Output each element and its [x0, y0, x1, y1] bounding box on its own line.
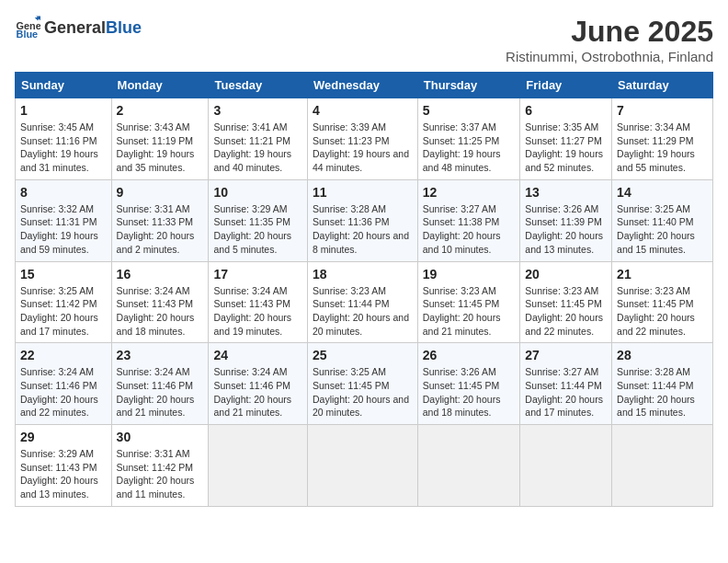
day-info: Sunrise: 3:24 AMSunset: 11:46 PMDaylight…: [20, 365, 107, 419]
calendar-cell: 28Sunrise: 3:28 AMSunset: 11:44 PMDaylig…: [612, 343, 713, 425]
day-info: Sunrise: 3:25 AMSunset: 11:42 PMDaylight…: [20, 284, 107, 339]
calendar-cell: 9Sunrise: 3:31 AMSunset: 11:33 PMDayligh…: [111, 179, 209, 261]
day-number: 18: [313, 267, 413, 282]
calendar-cell: 6Sunrise: 3:35 AMSunset: 11:27 PMDayligh…: [520, 98, 612, 180]
day-number: 22: [20, 348, 107, 362]
logo-general-text: General: [44, 18, 106, 38]
calendar-cell: 22Sunrise: 3:24 AMSunset: 11:46 PMDaylig…: [16, 343, 112, 425]
day-number: 19: [423, 267, 516, 282]
day-number: 20: [525, 267, 607, 282]
week-row-5: 29Sunrise: 3:29 AMSunset: 11:43 PMDaylig…: [16, 425, 713, 507]
calendar-cell: 20Sunrise: 3:23 AMSunset: 11:45 PMDaylig…: [520, 261, 612, 343]
day-number: 11: [313, 185, 413, 200]
title-area: June 2025 Ristinummi, Ostrobothnia, Finl…: [506, 15, 713, 64]
logo: General Blue General Blue: [15, 15, 142, 40]
day-number: 13: [525, 185, 607, 200]
day-number: 15: [20, 267, 107, 282]
day-number: 29: [20, 430, 107, 444]
header-friday: Friday: [520, 73, 612, 98]
calendar-cell: 11Sunrise: 3:28 AMSunset: 11:36 PMDaylig…: [307, 179, 417, 261]
day-info: Sunrise: 3:24 AMSunset: 11:43 PMDaylight…: [117, 284, 204, 339]
day-info: Sunrise: 3:26 AMSunset: 11:45 PMDaylight…: [423, 365, 516, 419]
calendar-cell: 30Sunrise: 3:31 AMSunset: 11:42 PMDaylig…: [111, 425, 209, 507]
day-number: 27: [525, 348, 607, 362]
day-number: 26: [423, 348, 516, 362]
day-number: 10: [213, 185, 302, 200]
calendar-cell: 12Sunrise: 3:27 AMSunset: 11:38 PMDaylig…: [417, 179, 520, 261]
day-info: Sunrise: 3:29 AMSunset: 11:35 PMDaylight…: [213, 202, 302, 257]
day-number: 7: [617, 103, 708, 118]
calendar-cell: 2Sunrise: 3:43 AMSunset: 11:19 PMDayligh…: [111, 98, 209, 180]
header-saturday: Saturday: [612, 73, 713, 98]
calendar-cell: 14Sunrise: 3:25 AMSunset: 11:40 PMDaylig…: [612, 179, 713, 261]
calendar-cell: [520, 425, 612, 507]
header-thursday: Thursday: [417, 73, 520, 98]
logo-blue-text: Blue: [106, 18, 142, 38]
calendar-cell: [209, 425, 308, 507]
day-info: Sunrise: 3:27 AMSunset: 11:44 PMDaylight…: [525, 365, 607, 419]
calendar-cell: 29Sunrise: 3:29 AMSunset: 11:43 PMDaylig…: [16, 425, 112, 507]
calendar-table: SundayMondayTuesdayWednesdayThursdayFrid…: [15, 72, 713, 507]
day-info: Sunrise: 3:24 AMSunset: 11:46 PMDaylight…: [117, 365, 204, 419]
day-info: Sunrise: 3:37 AMSunset: 11:25 PMDaylight…: [423, 121, 516, 175]
day-info: Sunrise: 3:23 AMSunset: 11:45 PMDaylight…: [525, 284, 607, 339]
calendar-cell: 10Sunrise: 3:29 AMSunset: 11:35 PMDaylig…: [209, 179, 308, 261]
day-number: 25: [313, 348, 413, 362]
page-header: General Blue General Blue June 2025 Rist…: [15, 15, 713, 64]
calendar-cell: 8Sunrise: 3:32 AMSunset: 11:31 PMDayligh…: [16, 179, 112, 261]
day-number: 8: [20, 185, 107, 200]
day-number: 9: [117, 185, 204, 200]
day-info: Sunrise: 3:35 AMSunset: 11:27 PMDaylight…: [525, 121, 607, 175]
day-number: 12: [423, 185, 516, 200]
calendar-cell: 13Sunrise: 3:26 AMSunset: 11:39 PMDaylig…: [520, 179, 612, 261]
calendar-cell: 7Sunrise: 3:34 AMSunset: 11:29 PMDayligh…: [612, 98, 713, 180]
week-row-3: 15Sunrise: 3:25 AMSunset: 11:42 PMDaylig…: [16, 261, 713, 343]
day-number: 16: [117, 267, 204, 282]
day-number: 3: [213, 103, 302, 118]
calendar-cell: 15Sunrise: 3:25 AMSunset: 11:42 PMDaylig…: [16, 261, 112, 343]
day-number: 4: [313, 103, 413, 118]
day-number: 28: [617, 348, 708, 362]
week-row-4: 22Sunrise: 3:24 AMSunset: 11:46 PMDaylig…: [16, 343, 713, 425]
day-info: Sunrise: 3:43 AMSunset: 11:19 PMDaylight…: [117, 121, 204, 175]
day-number: 24: [213, 348, 302, 362]
day-info: Sunrise: 3:45 AMSunset: 11:16 PMDaylight…: [20, 121, 107, 175]
day-number: 23: [117, 348, 204, 362]
day-info: Sunrise: 3:27 AMSunset: 11:38 PMDaylight…: [423, 202, 516, 257]
day-info: Sunrise: 3:25 AMSunset: 11:40 PMDaylight…: [617, 202, 708, 257]
calendar-cell: [612, 425, 713, 507]
day-info: Sunrise: 3:24 AMSunset: 11:46 PMDaylight…: [213, 365, 302, 419]
day-number: 30: [117, 430, 204, 444]
header-wednesday: Wednesday: [307, 73, 417, 98]
calendar-cell: 5Sunrise: 3:37 AMSunset: 11:25 PMDayligh…: [417, 98, 520, 180]
calendar-cell: 24Sunrise: 3:24 AMSunset: 11:46 PMDaylig…: [209, 343, 308, 425]
day-info: Sunrise: 3:26 AMSunset: 11:39 PMDaylight…: [525, 202, 607, 257]
day-info: Sunrise: 3:28 AMSunset: 11:36 PMDaylight…: [313, 202, 413, 257]
calendar-cell: 16Sunrise: 3:24 AMSunset: 11:43 PMDaylig…: [111, 261, 209, 343]
day-info: Sunrise: 3:28 AMSunset: 11:44 PMDaylight…: [617, 365, 708, 419]
day-number: 5: [423, 103, 516, 118]
day-info: Sunrise: 3:23 AMSunset: 11:45 PMDaylight…: [617, 284, 708, 339]
calendar-subtitle: Ristinummi, Ostrobothnia, Finland: [506, 49, 713, 64]
day-info: Sunrise: 3:25 AMSunset: 11:45 PMDaylight…: [313, 365, 413, 419]
day-info: Sunrise: 3:31 AMSunset: 11:42 PMDaylight…: [117, 447, 204, 501]
day-info: Sunrise: 3:24 AMSunset: 11:43 PMDaylight…: [213, 284, 302, 339]
day-number: 1: [20, 103, 107, 118]
calendar-cell: [417, 425, 520, 507]
day-info: Sunrise: 3:23 AMSunset: 11:44 PMDaylight…: [313, 284, 413, 339]
calendar-cell: 26Sunrise: 3:26 AMSunset: 11:45 PMDaylig…: [417, 343, 520, 425]
logo-icon: General Blue: [15, 15, 40, 40]
day-info: Sunrise: 3:32 AMSunset: 11:31 PMDaylight…: [20, 202, 107, 257]
calendar-cell: 4Sunrise: 3:39 AMSunset: 11:23 PMDayligh…: [307, 98, 417, 180]
svg-text:Blue: Blue: [17, 29, 39, 40]
day-info: Sunrise: 3:39 AMSunset: 11:23 PMDaylight…: [313, 121, 413, 175]
header-monday: Monday: [111, 73, 209, 98]
day-info: Sunrise: 3:34 AMSunset: 11:29 PMDaylight…: [617, 121, 708, 175]
day-info: Sunrise: 3:29 AMSunset: 11:43 PMDaylight…: [20, 447, 107, 501]
calendar-cell: 21Sunrise: 3:23 AMSunset: 11:45 PMDaylig…: [612, 261, 713, 343]
week-row-1: 1Sunrise: 3:45 AMSunset: 11:16 PMDayligh…: [16, 98, 713, 180]
day-number: 2: [117, 103, 204, 118]
day-number: 17: [213, 267, 302, 282]
calendar-cell: 23Sunrise: 3:24 AMSunset: 11:46 PMDaylig…: [111, 343, 209, 425]
day-number: 21: [617, 267, 708, 282]
